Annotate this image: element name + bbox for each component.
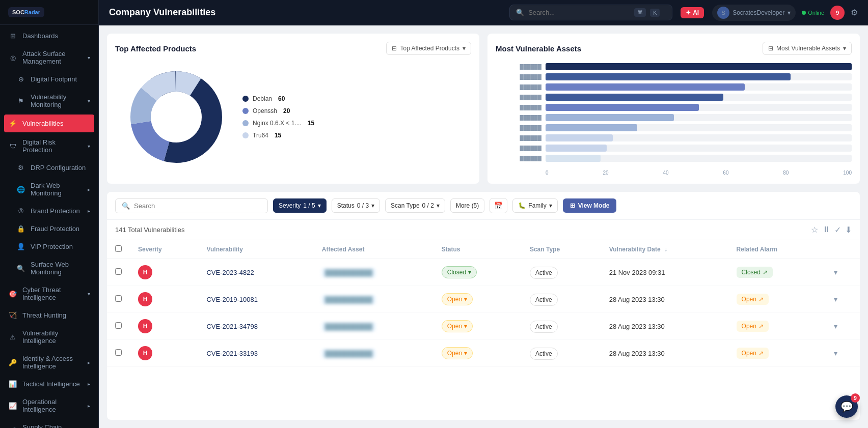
alarm-pill[interactable]: Open ↗ xyxy=(737,348,769,359)
cve-link[interactable]: CVE-2021-33193 xyxy=(206,350,257,357)
status-filter-button[interactable]: Status 0 / 3 ▾ xyxy=(332,198,380,213)
sidebar-item-digital-footprint[interactable]: ⊕ Digital Footprint xyxy=(0,70,98,88)
row-expand-cell[interactable]: ▾ xyxy=(826,313,860,340)
sidebar-item-dark-web[interactable]: 🌐 Dark Web Monitoring ▸ xyxy=(0,177,98,202)
row-expand-cell[interactable]: ▾ xyxy=(826,286,860,313)
row-cve-cell[interactable]: CVE-2019-10081 xyxy=(198,286,313,313)
row-checkbox[interactable] xyxy=(115,322,122,329)
table-header-row: Severity Vulnerability Affected Asset St… xyxy=(107,240,860,259)
select-all-header[interactable] xyxy=(107,240,130,259)
user-pill[interactable]: S SocratesDeveloper ▾ xyxy=(712,5,796,21)
row-expand-cell[interactable]: ▾ xyxy=(826,259,860,286)
cve-link[interactable]: CVE-2019-10081 xyxy=(206,296,257,303)
row-status-cell[interactable]: Open ▾ xyxy=(433,340,522,367)
status-pill[interactable]: Open ▾ xyxy=(442,320,473,332)
sidebar-item-cyber-threat[interactable]: 🎯 Cyber Threat Intelligence ▾ xyxy=(0,281,98,306)
row-checkbox-cell[interactable] xyxy=(107,259,130,286)
affected-products-filter-button[interactable]: ⊟ Top Affected Products ▾ xyxy=(386,42,471,55)
select-all-checkbox[interactable] xyxy=(115,245,122,252)
avatar-icon: S xyxy=(717,7,729,19)
search-input[interactable] xyxy=(528,9,630,16)
status-pill[interactable]: Open ▾ xyxy=(442,293,473,305)
alarm-pill[interactable]: Open ↗ xyxy=(737,321,769,332)
sidebar-item-brand-protection[interactable]: ® Brand Protection ▸ xyxy=(0,202,98,220)
table-search-input[interactable] xyxy=(134,202,261,210)
ai-button[interactable]: ✦ AI xyxy=(681,7,704,18)
sidebar-item-supply-chain[interactable]: 🔗 Supply Chain Intelligence ▸ xyxy=(0,418,98,428)
sidebar-item-drp-config[interactable]: ⚙ DRP Configuration xyxy=(0,159,98,177)
sidebar-item-vulnerabilities[interactable]: ⚡ Vulnerabilities xyxy=(4,115,94,132)
chevron-down-icon: ▾ xyxy=(843,45,846,52)
legend-item-nginx: Nginx 0.6.X < 1.... 15 xyxy=(242,120,314,127)
col-expand xyxy=(826,240,860,259)
table-search-wrap[interactable]: 🔍 xyxy=(115,198,268,213)
sidebar-item-threat-hunting[interactable]: 🏹 Threat Hunting xyxy=(0,306,98,324)
col-vulnerability-label: Vulnerability xyxy=(206,246,243,253)
star-icon[interactable]: ☆ xyxy=(811,225,818,235)
row-severity-cell: H xyxy=(130,259,198,286)
status-pill[interactable]: Closed ▾ xyxy=(442,266,477,278)
chevron-down-icon: ▾ xyxy=(464,350,467,357)
settings-button[interactable]: ⚙ xyxy=(851,8,858,17)
vulnerable-assets-filter-button[interactable]: ⊟ Most Vulnerable Assets ▾ xyxy=(763,42,852,55)
scan-type-filter-button[interactable]: Scan Type 0 / 2 ▾ xyxy=(385,198,445,213)
sidebar-item-fraud-protection[interactable]: 🔒 Fraud Protection xyxy=(0,220,98,238)
pause-icon[interactable]: ⏸ xyxy=(822,225,830,235)
row-status-cell[interactable]: Open ▾ xyxy=(433,313,522,340)
chevron-down-icon: ▾ xyxy=(88,144,90,149)
cve-link[interactable]: CVE-2023-4822 xyxy=(206,269,254,276)
row-checkbox[interactable] xyxy=(115,295,122,302)
bar-label: ██████ xyxy=(496,156,541,161)
row-expand-cell[interactable]: ▾ xyxy=(826,340,860,367)
row-status-cell[interactable]: Open ▾ xyxy=(433,286,522,313)
search-bar[interactable]: 🔍 ⌘ K xyxy=(509,5,672,20)
legend-dot xyxy=(242,96,249,102)
sidebar-item-digital-risk[interactable]: 🛡 Digital Risk Protection ▾ xyxy=(0,133,98,159)
expand-icon[interactable]: ▾ xyxy=(834,322,837,330)
chat-float-button[interactable]: 💬 9 xyxy=(835,395,858,418)
row-alarm-cell[interactable]: Closed ↗ xyxy=(728,259,826,286)
sidebar-item-operational-intel[interactable]: 📈 Operational Intelligence ▸ xyxy=(0,393,98,418)
sidebar-item-vip-protection[interactable]: 👤 VIP Protection xyxy=(0,238,98,255)
row-cve-cell[interactable]: CVE-2021-33193 xyxy=(198,340,313,367)
status-pill[interactable]: Open ▾ xyxy=(442,347,473,359)
row-status-cell[interactable]: Closed ▾ xyxy=(433,259,522,286)
row-checkbox-cell[interactable] xyxy=(107,340,130,367)
bar-track xyxy=(546,63,852,70)
download-icon[interactable]: ⬇ xyxy=(845,225,852,235)
sidebar-item-vuln-intel[interactable]: ⚠ Vulnerability Intelligence xyxy=(0,324,98,350)
sidebar-item-surface-web[interactable]: 🔍 Surface Web Monitoring xyxy=(0,255,98,281)
view-mode-button[interactable]: ⊞ View Mode xyxy=(563,198,617,213)
sidebar-item-vulnerability-monitoring[interactable]: ⚑ Vulnerability Monitoring ▾ xyxy=(0,88,98,113)
expand-icon[interactable]: ▾ xyxy=(834,268,837,276)
row-cve-cell[interactable]: CVE-2021-34798 xyxy=(198,313,313,340)
chevron-down-icon: ▾ xyxy=(371,202,374,209)
row-checkbox[interactable] xyxy=(115,349,122,356)
bar-label: ██████ xyxy=(496,135,541,141)
filter-label: Most Vulnerable Assets xyxy=(776,45,840,52)
expand-icon[interactable]: ▾ xyxy=(834,295,837,303)
more-filters-button[interactable]: More (5) xyxy=(450,198,484,213)
family-filter-button[interactable]: 🐛 Family ▾ xyxy=(512,198,557,213)
scan-type-pill: Active xyxy=(530,321,558,333)
row-checkbox-cell[interactable] xyxy=(107,286,130,313)
table-row: H CVE-2023-4822 ███████████ Closed ▾ Act… xyxy=(107,259,860,286)
sidebar-item-dashboards[interactable]: ⊞ Dashboards xyxy=(0,27,98,45)
check-icon[interactable]: ✓ xyxy=(834,225,841,235)
alarm-pill[interactable]: Open ↗ xyxy=(737,294,769,305)
severity-filter-button[interactable]: Severity 1 / 5 ▾ xyxy=(273,198,327,213)
sidebar-item-attack-surface[interactable]: ◎ Attack Surface Management ▾ xyxy=(0,45,98,70)
row-cve-cell[interactable]: CVE-2023-4822 xyxy=(198,259,313,286)
alarm-pill[interactable]: Closed ↗ xyxy=(737,267,773,278)
expand-icon[interactable]: ▾ xyxy=(834,349,837,357)
notification-button[interactable]: 9 xyxy=(830,6,845,20)
cve-link[interactable]: CVE-2021-34798 xyxy=(206,323,257,330)
calendar-button[interactable]: 📅 xyxy=(490,198,507,213)
row-alarm-cell[interactable]: Open ↗ xyxy=(728,313,826,340)
row-alarm-cell[interactable]: Open ↗ xyxy=(728,340,826,367)
row-alarm-cell[interactable]: Open ↗ xyxy=(728,286,826,313)
sidebar-item-identity-access[interactable]: 🔑 Identity & Access Intelligence ▸ xyxy=(0,350,98,375)
row-checkbox[interactable] xyxy=(115,268,122,275)
row-checkbox-cell[interactable] xyxy=(107,313,130,340)
sidebar-item-tactical-intel[interactable]: 📊 Tactical Intelligence ▸ xyxy=(0,375,98,393)
